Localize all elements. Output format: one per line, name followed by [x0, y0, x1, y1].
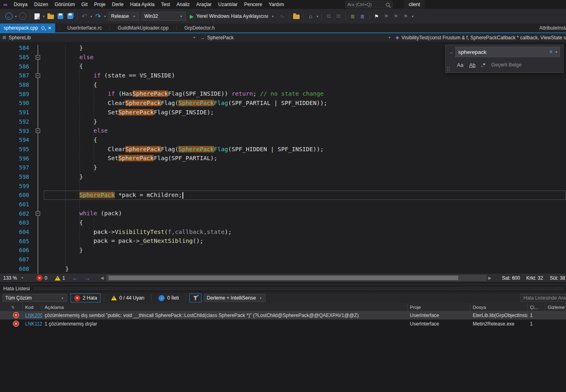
prev-bookmark-button[interactable]: ⚑ [382, 11, 391, 21]
code-line[interactable]: 601 [0, 200, 566, 209]
clear-bookmarks-button[interactable]: ⚑ [401, 11, 410, 21]
match-case-toggle[interactable]: Aa [457, 62, 463, 68]
code-text[interactable]: { [44, 80, 566, 90]
code-line[interactable]: 606 } [0, 246, 566, 255]
menu-proje[interactable]: Proje [91, 0, 109, 9]
next-issue-arrow[interactable]: → [84, 275, 90, 281]
code-line[interactable]: 596 SetSpherePackFlag(SPF_PARTIAL); [0, 154, 566, 163]
column-file[interactable]: Dosya [470, 303, 527, 311]
save-button[interactable] [56, 11, 65, 21]
line-number[interactable]: 591 [0, 109, 32, 116]
open-file-button[interactable] [46, 11, 55, 21]
close-tab-icon[interactable]: ✕ [48, 26, 51, 31]
code-line[interactable]: 588 { [0, 80, 566, 90]
code-line[interactable]: 602− while (pack) [0, 209, 566, 218]
solution-platform-combo[interactable]: Win32 ▾ [142, 12, 186, 21]
line-number[interactable]: 587 [0, 72, 32, 79]
member-dropdown[interactable]: ◈ VisibilityTest(const Frustum & f, Sphe… [393, 33, 566, 42]
code-text[interactable]: if (HasSpherePackFlag(SPF_INSIDE)) retur… [44, 89, 566, 99]
warnings-filter-button[interactable]: 0 / 44 Uyarı [107, 293, 148, 302]
whole-word-toggle[interactable]: Ab [469, 62, 476, 68]
code-text[interactable]: SpherePack *pack = mChildren; [44, 191, 566, 200]
line-number[interactable]: 592 [0, 118, 32, 125]
column-severity[interactable]: ⇅ [0, 303, 23, 311]
code-text[interactable]: } [44, 172, 566, 182]
code-text[interactable]: } [44, 264, 566, 274]
undo-button[interactable]: ↶ [80, 11, 89, 21]
code-line[interactable]: 594 { [0, 135, 566, 145]
line-number[interactable]: 598 [0, 174, 32, 180]
menu-uzantılar[interactable]: Uzantılar [215, 0, 241, 9]
code-text[interactable]: ClearSpherePackFlag(SpherePackFlag(SPF_P… [44, 99, 566, 108]
pin-icon[interactable] [41, 26, 45, 30]
solution-configuration-combo[interactable]: Release ▾ [108, 12, 139, 21]
line-number[interactable]: 604 [0, 229, 32, 235]
menu-görünüm[interactable]: Görünüm [51, 0, 78, 9]
line-number[interactable]: 607 [0, 256, 32, 263]
new-file-button[interactable] [32, 11, 41, 21]
error-scope-combo[interactable]: Tüm Çözüm ▾ [2, 294, 67, 302]
tab-guildmarkuploader.cpp[interactable]: GuildMarkUploader.cpp [114, 24, 172, 32]
zoom-dropdown[interactable]: 133 % ▾ [0, 275, 26, 281]
type-dropdown[interactable]: → SpherePack ▾ [198, 33, 393, 42]
line-number[interactable]: 586 [0, 63, 32, 70]
line-number[interactable]: 603 [0, 219, 32, 226]
line-number[interactable]: 599 [0, 183, 32, 189]
code-text[interactable]: SetSpherePackFlag(SPF_INSIDE); [44, 108, 566, 117]
code-line[interactable]: 597 } [0, 163, 566, 172]
menu-dosya[interactable]: Dosya [11, 0, 31, 9]
decrease-indent-button[interactable]: ≣ [348, 11, 357, 21]
menu-git[interactable]: Git [78, 0, 91, 9]
outline-copy-button[interactable]: ⧉ [334, 11, 343, 21]
error-list-header[interactable]: Hata Listesi [0, 284, 566, 293]
code-line[interactable]: 598 } [0, 172, 566, 182]
error-source-combo[interactable]: Derleme + IntelliSense ▾ [204, 294, 266, 302]
find-history-caret-icon[interactable]: ▾ [555, 50, 557, 54]
line-number[interactable]: 602 [0, 210, 32, 217]
code-line[interactable]: 607 [0, 255, 566, 264]
code-text[interactable]: } [44, 246, 566, 255]
find-drag-grip[interactable] [447, 66, 450, 71]
find-scope-dropdown[interactable]: Geçerli Belge [491, 62, 521, 68]
find-expand-chevron-icon[interactable]: ⌄ [447, 49, 455, 55]
fold-collapse-icon[interactable]: − [36, 73, 40, 78]
menu-düzen[interactable]: Düzen [31, 0, 51, 9]
line-number[interactable]: 596 [0, 155, 32, 162]
line-number[interactable]: 608 [0, 266, 32, 272]
column-line[interactable]: Çi... [527, 303, 545, 311]
start-debugging-button[interactable]: ▶ Yerel Windows Hata Ayıklayıcısı ▾ [187, 13, 277, 19]
menu-araçlar[interactable]: Araçlar [193, 0, 215, 9]
line-number[interactable]: 593 [0, 128, 32, 134]
line-number[interactable]: 605 [0, 238, 32, 244]
toolbar-grip[interactable]: ⋮ [0, 14, 4, 18]
fold-collapse-icon[interactable]: − [36, 129, 40, 133]
column-code[interactable]: Kod [23, 303, 42, 311]
tab-grpdetector.h[interactable]: GrpDetector.h [181, 24, 219, 32]
navigate-back-button[interactable]: ← [4, 11, 13, 21]
error-row-lnk1120[interactable]: ✕LNK11201 çözümlenmemiş dışlarUserInterf… [0, 319, 566, 328]
code-line[interactable]: 604 pack->VisibilityTest(f,callback,stat… [0, 227, 566, 237]
code-line[interactable]: 593− else [0, 126, 566, 135]
code-editor[interactable]: 584 }585− else586 {587− if (state == VS_… [0, 42, 566, 274]
redo-button[interactable]: ↷ [94, 11, 103, 21]
tab-userinterface.rc[interactable]: UserInterface.rc [64, 24, 105, 32]
code-text[interactable]: ClearSpherePackFlag(SpherePackFlag(SPF_H… [44, 145, 566, 154]
hot-reload-icon[interactable]: ∿ [278, 11, 287, 21]
column-description[interactable]: Açıklama [42, 303, 407, 311]
line-number[interactable]: 606 [0, 247, 32, 253]
line-number[interactable]: 585 [0, 54, 32, 60]
line-number[interactable]: 588 [0, 81, 32, 88]
navigate-forward-button[interactable]: → [18, 11, 27, 21]
code-text[interactable]: { [44, 135, 566, 145]
find-in-files-button[interactable] [292, 11, 301, 21]
code-line[interactable]: 590 ClearSpherePackFlag(SpherePackFlag(S… [0, 99, 566, 108]
code-text[interactable]: { [44, 218, 566, 227]
line-number[interactable]: 595 [0, 146, 32, 152]
column-suppression[interactable]: Gizleme Du [545, 303, 566, 311]
scrollbar-thumb[interactable] [109, 276, 458, 280]
document-errors-icon[interactable]: ✕ [36, 275, 43, 281]
menu-derle[interactable]: Derle [109, 0, 127, 9]
outline-button[interactable]: ⧉ [324, 11, 333, 21]
quick-search-box[interactable]: Ara (Ctrl+Q) [345, 1, 392, 8]
fold-collapse-icon[interactable]: − [36, 55, 40, 60]
